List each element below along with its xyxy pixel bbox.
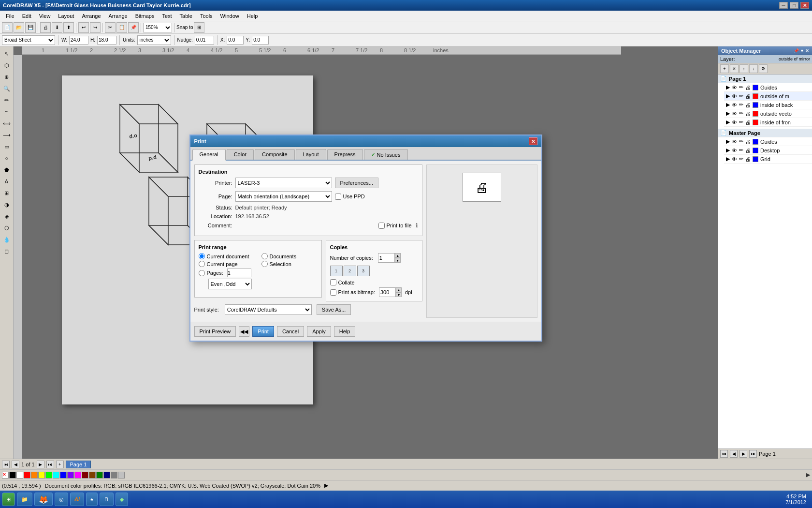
properties-btn[interactable]: ⚙	[759, 64, 768, 73]
print-bitmap-check[interactable]	[330, 289, 336, 296]
documents-input[interactable]	[261, 253, 268, 259]
dialog-close-button[interactable]: ✕	[529, 137, 537, 145]
eye7-icon[interactable]: 👁	[732, 148, 737, 153]
cut-btn[interactable]: ✂	[105, 22, 116, 33]
menu-effects[interactable]: Arrange	[105, 12, 131, 20]
blue-swatch[interactable]	[60, 472, 67, 478]
num-copies-spinbtns[interactable]: ▲ ▼	[395, 253, 401, 263]
apply-button[interactable]: Apply	[307, 326, 331, 337]
table-tool[interactable]: ⊞	[1, 188, 12, 198]
smart-draw-tool[interactable]: ~	[1, 106, 12, 117]
start-button[interactable]: ⊞	[2, 493, 15, 506]
prev-page-btn[interactable]: ◀	[730, 450, 738, 458]
obj-manager-close[interactable]: ✕	[805, 48, 809, 53]
inside-front-layer[interactable]: ▶ 👁 ✏ 🖨 inside of fron	[724, 118, 812, 127]
copy-btn[interactable]: 📋	[116, 22, 127, 33]
minimize-button[interactable]: ─	[779, 2, 788, 9]
add-page-btn[interactable]: +	[56, 461, 64, 468]
yellow-swatch[interactable]	[38, 472, 45, 478]
print-style-dropdown[interactable]: CorelDRAW Defaults	[225, 304, 312, 315]
inside-front-expand[interactable]: ▶	[726, 119, 730, 125]
help-button[interactable]: Help	[334, 326, 356, 337]
undo-btn[interactable]: ↩	[78, 22, 89, 33]
freehand-tool[interactable]: ✏	[1, 95, 12, 105]
eye2-icon[interactable]: 👁	[732, 93, 737, 99]
obj-manager-menu[interactable]: ▼	[800, 48, 804, 53]
view-mode-dropdown[interactable]: Broad Sheet	[2, 35, 55, 45]
use-ppd-checkbox[interactable]: Use PPD	[335, 194, 365, 200]
eye5-icon[interactable]: 👁	[732, 120, 737, 125]
outside-mirror-layer[interactable]: ▶ 👁 ✏ 🖨 outside of m	[724, 92, 812, 101]
even-odd-dropdown[interactable]: Even ,Odd	[208, 279, 252, 289]
master-page-item[interactable]: 📄 Master Page	[718, 129, 812, 137]
eye3-icon[interactable]: 👁	[732, 102, 737, 108]
cancel-button[interactable]: Cancel	[277, 326, 304, 337]
open-btn[interactable]: 📂	[14, 22, 24, 33]
gray-swatch[interactable]	[111, 472, 117, 478]
print-preview-button[interactable]: Print Preview	[194, 326, 236, 337]
green-swatch[interactable]	[45, 472, 52, 478]
copies-down[interactable]: ▼	[395, 258, 401, 263]
desktop-expand[interactable]: ▶	[726, 147, 730, 153]
y-input[interactable]	[252, 36, 269, 45]
menu-help[interactable]: Help	[243, 12, 262, 20]
menu-edit[interactable]: Edit	[18, 12, 35, 20]
page-dropdown[interactable]: Match orientation (Landscape)	[235, 191, 332, 202]
tab-general[interactable]: General	[192, 149, 226, 161]
menu-arrange[interactable]: Arrange	[78, 12, 104, 20]
preferences-button[interactable]: Preferences...	[335, 178, 378, 188]
new-btn[interactable]: 📄	[2, 22, 13, 33]
dpi-spinner[interactable]: ▲ ▼	[379, 287, 402, 297]
fill-tool[interactable]: ◈	[1, 211, 12, 222]
desktop-layer[interactable]: ▶ 👁 ✏ 🖨 Desktop	[724, 146, 812, 155]
no-color-swatch[interactable]: ✕	[2, 472, 9, 478]
paste-btn[interactable]: 📌	[128, 22, 139, 33]
current-page-radio[interactable]: Current page	[199, 261, 252, 267]
collate-check[interactable]	[330, 279, 336, 285]
obj-manager-controls[interactable]: 📌 ▼ ✕	[794, 48, 809, 53]
red-swatch[interactable]	[24, 472, 30, 478]
dpi-input[interactable]	[379, 287, 396, 297]
outline-tool[interactable]: ◻	[1, 246, 12, 256]
delete-layer-btn[interactable]: ✕	[730, 64, 739, 73]
black-swatch[interactable]	[9, 472, 16, 478]
print-to-file-checkbox[interactable]: Print to file ℹ	[378, 222, 418, 229]
pages-input[interactable]	[199, 270, 205, 276]
copies-up[interactable]: ▲	[395, 253, 401, 258]
documents-radio[interactable]: Documents	[261, 253, 297, 259]
purple-swatch[interactable]	[67, 472, 74, 478]
nudge-input[interactable]	[195, 36, 214, 45]
move-down-btn[interactable]: ↓	[749, 64, 758, 73]
outside-vecto-expand[interactable]: ▶	[726, 110, 730, 117]
inside-back-expand[interactable]: ▶	[726, 102, 730, 108]
pages-radio[interactable]: Pages:	[199, 269, 252, 277]
select-tool[interactable]: ↖	[1, 48, 12, 59]
current-page-input[interactable]	[199, 261, 205, 267]
current-doc-input[interactable]	[199, 253, 205, 259]
connector-tool[interactable]: ⟶	[1, 130, 12, 140]
collapse-button[interactable]: ◀◀	[239, 326, 249, 337]
darkgreen-swatch[interactable]	[96, 472, 103, 478]
tab-layout[interactable]: Layout	[296, 149, 326, 160]
obj-manager-pin[interactable]: 📌	[794, 48, 799, 53]
eyedropper-tool[interactable]: 💧	[1, 234, 12, 245]
inside-back-layer[interactable]: ▶ 👁 ✏ 🖨 inside of back	[724, 101, 812, 109]
num-copies-input[interactable]	[378, 253, 395, 263]
units-dropdown[interactable]: inches	[137, 35, 171, 45]
pencil3-icon[interactable]: ✏	[739, 102, 743, 108]
redo-btn[interactable]: ↪	[90, 22, 101, 33]
magenta-swatch[interactable]	[74, 472, 81, 478]
dpi-down[interactable]: ▼	[396, 292, 402, 297]
shape-tool[interactable]: ⬡	[1, 60, 12, 71]
white-swatch[interactable]	[16, 472, 23, 478]
print-bitmap-checkbox[interactable]: Print as bitmap: ▲ ▼ dpi	[330, 287, 418, 297]
darkblue-swatch[interactable]	[103, 472, 110, 478]
print-button[interactable]: Print	[252, 326, 274, 337]
ellipse-tool[interactable]: ○	[1, 153, 12, 164]
printer-dropdown[interactable]: LASER-3	[235, 178, 332, 188]
selection-input[interactable]	[261, 261, 268, 267]
menu-view[interactable]: View	[35, 12, 55, 20]
eye4-icon[interactable]: 👁	[732, 111, 737, 117]
dpi-spinbtns[interactable]: ▲ ▼	[396, 287, 402, 297]
tab-color[interactable]: Color	[227, 149, 254, 160]
